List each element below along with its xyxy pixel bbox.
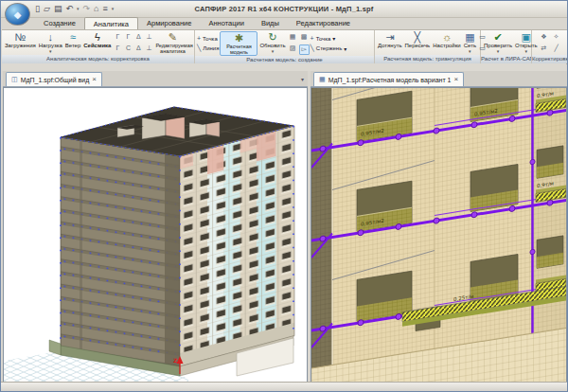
open-lira-dropdown-icon[interactable]: ▾ bbox=[525, 49, 528, 53]
undo-dropdown-icon[interactable]: ▾ bbox=[77, 3, 80, 14]
point-icon: + bbox=[197, 35, 201, 42]
line-button[interactable]: ╲ Линия bbox=[197, 45, 219, 52]
update-icon: ↻ bbox=[268, 31, 276, 43]
loads-icon: № bbox=[14, 31, 26, 43]
app-logo-icon[interactable]: ◆ bbox=[5, 3, 30, 26]
triangle-tool-icon[interactable]: Δ bbox=[133, 33, 143, 44]
mesh-icon: ▦ bbox=[465, 31, 474, 43]
panel-general-view: ◫ МдП_1.spf:Общий вид × ▾ bbox=[3, 71, 308, 384]
doctab-general-view[interactable]: ◫ МдП_1.spf:Общий вид × bbox=[6, 72, 102, 86]
group-analytic-model: № Загружения ↓ Нагрузка ▾ ≈ Ветер ϟ Сейс… bbox=[2, 30, 195, 63]
edge-tool2-icon[interactable]: Γ bbox=[123, 33, 133, 44]
intersect-button[interactable]: ╳ Пересечь bbox=[404, 31, 432, 49]
point2-dropdown-icon: ▾ bbox=[332, 35, 335, 42]
mesh-tab-icon: ▦ bbox=[319, 76, 326, 83]
redo-icon[interactable]: ↷ bbox=[82, 3, 90, 14]
check-button[interactable]: ✔ Проверить ▾ bbox=[483, 31, 513, 53]
update-dropdown-icon[interactable]: ▾ bbox=[272, 49, 275, 53]
support-tool2-icon[interactable]: ⊥ bbox=[144, 45, 153, 55]
load-button[interactable]: ↓ Нагрузка ▾ bbox=[38, 31, 63, 53]
trim-tool-icon[interactable]: ╱ bbox=[551, 45, 562, 55]
group-triangulation: ⇥ Дотянуть ╳ Пересечь ☼ Настройки ▦ Сеть… bbox=[375, 30, 481, 63]
editable-analytics-button[interactable]: ✎ Редактируемая аналитика bbox=[154, 31, 190, 54]
mirror-tool-icon[interactable]: ⇄ bbox=[539, 45, 550, 55]
tab-sozdanie[interactable]: Создание bbox=[35, 17, 84, 29]
doctab-label: МдП_1.spf:Общий вид bbox=[21, 77, 90, 83]
triangle-tool2-icon[interactable]: Δ bbox=[133, 45, 143, 55]
group-label-analytic: Аналитическая модель: корректировка bbox=[2, 55, 194, 63]
close-icon[interactable]: × bbox=[92, 76, 97, 83]
mesh-tool-icon[interactable]: ▦ bbox=[288, 33, 298, 44]
edge-tool-icon[interactable]: Γ bbox=[113, 33, 122, 44]
ribbon: № Загружения ↓ Нагрузка ▾ ≈ Ветер ϟ Сейс… bbox=[2, 29, 567, 64]
mesh-tool3-icon[interactable]: ▨ bbox=[288, 45, 298, 55]
open-file-icon[interactable]: ▱ bbox=[44, 3, 50, 14]
tab-armirovanie[interactable]: Армирование bbox=[138, 17, 200, 29]
stretch-icon: ⇥ bbox=[385, 31, 394, 43]
mesh-tool2-icon[interactable]: ▩ bbox=[299, 33, 310, 44]
wind-button[interactable]: ≈ Ветер bbox=[64, 31, 82, 49]
curve-tool-icon[interactable]: C bbox=[123, 45, 133, 55]
mesh-scene: 0,95т/м2 0,95т/м2 0,95т/м2 0,9т/м 0,9т/м… bbox=[311, 88, 566, 383]
seismic-button[interactable]: ϟ Сейсмика bbox=[82, 31, 112, 49]
support-tool-icon[interactable]: ⊥ bbox=[144, 33, 153, 44]
settings-icon: ☼ bbox=[442, 31, 452, 43]
tab-vidy[interactable]: Виды bbox=[253, 17, 288, 29]
bar-icon: ╲ bbox=[311, 45, 314, 52]
point2-icon: + bbox=[311, 35, 314, 42]
update-button[interactable]: ↻ Обновить ▾ bbox=[258, 31, 286, 53]
group-label-create: Расчетная модель: создание bbox=[195, 56, 374, 63]
select-mode-icon[interactable]: ▻ bbox=[299, 45, 310, 55]
group-calc-model-create: + Точка ╲ Линия ✱ Расчетная модель ↻ Обн… bbox=[195, 30, 375, 63]
group-label-triangulation: Расчетная модель: триангуляция bbox=[375, 55, 480, 63]
application-window: ◆ ▯ ▱ ▤ ↶ ▾ ↷ ⌂ ≡ ▾ САПФИР 2017 R1 x64 К… bbox=[0, 0, 568, 392]
tab-redaktirovanie[interactable]: Редактирование bbox=[288, 17, 359, 29]
building-left-face bbox=[61, 137, 180, 366]
point2-button[interactable]: + Точка ▾ bbox=[311, 35, 347, 42]
close-icon[interactable]: × bbox=[453, 76, 458, 83]
check-dropdown-icon[interactable]: ▾ bbox=[497, 49, 500, 53]
new-file-icon[interactable]: ▯ bbox=[35, 3, 40, 14]
status-bar bbox=[1, 382, 567, 391]
stretch-button[interactable]: ⇥ Дотянуть bbox=[377, 31, 403, 49]
viewport-mesh-model[interactable]: 0,95т/м2 0,95т/м2 0,95т/м2 0,9т/м 0,9т/м… bbox=[311, 87, 567, 384]
move-tool-icon[interactable]: ❖ bbox=[539, 33, 550, 44]
viewport-3d-model[interactable]: Z bbox=[3, 87, 308, 384]
open-lira-icon: ▣ bbox=[522, 31, 531, 43]
group-correction: ❖ ✧ ⇄ ╱ Корректировка bbox=[532, 30, 568, 63]
left-tabstrip: ◫ МдП_1.spf:Общий вид × ▾ bbox=[3, 71, 308, 87]
loads-button[interactable]: № Загружения bbox=[4, 31, 37, 49]
tab-annotacii[interactable]: Аннотации bbox=[200, 17, 253, 29]
qat-options-icon[interactable]: ▾ bbox=[112, 3, 115, 14]
undo-icon[interactable]: ↶ bbox=[65, 3, 73, 14]
doctab-calc-model[interactable]: ▦ МдП_1.spf:Расчетная модель вариант 1 × bbox=[313, 72, 464, 86]
mesh-dropdown-icon[interactable]: ▾ bbox=[469, 49, 471, 53]
calc-model-button[interactable]: ✱ Расчетная модель bbox=[220, 31, 257, 56]
home-icon[interactable]: ⌂ bbox=[94, 3, 98, 14]
load-dropdown-icon[interactable]: ▾ bbox=[49, 49, 52, 53]
print-icon[interactable]: ≡ bbox=[102, 3, 107, 14]
settings-button[interactable]: ☼ Настройки bbox=[432, 31, 461, 49]
mesh-model-svg: 0,95т/м2 0,95т/м2 0,95т/м2 0,9т/м 0,9т/м… bbox=[311, 88, 566, 383]
view-tab-icon: ◫ bbox=[11, 76, 18, 83]
ribbon-tab-bar: Создание Аналитика Армирование Аннотации… bbox=[35, 17, 359, 29]
rotate-tool-icon[interactable]: ✧ bbox=[551, 33, 562, 44]
edge-tool3-icon[interactable]: Γ bbox=[113, 45, 122, 55]
group-label-lira: Расчет в ЛИРА-САПР bbox=[481, 55, 531, 63]
calc-model-icon: ✱ bbox=[235, 32, 243, 44]
point-button[interactable]: + Точка bbox=[197, 35, 219, 42]
z-axis-label: Z bbox=[173, 357, 178, 364]
doctab-label: МдП_1.spf:Расчетная модель вариант 1 bbox=[328, 77, 452, 83]
tab-list-dropdown-icon[interactable]: ▾ bbox=[301, 76, 304, 82]
tab-analitika[interactable]: Аналитика bbox=[84, 17, 138, 29]
mesh-button[interactable]: ▦ Сеть ▾ bbox=[463, 31, 477, 53]
quick-access-toolbar: ▯ ▱ ▤ ↶ ▾ ↷ ⌂ ≡ ▾ bbox=[35, 3, 114, 14]
bar-button[interactable]: ╲ Стержень ▾ bbox=[311, 45, 347, 52]
check-icon: ✔ bbox=[493, 31, 502, 43]
point-bar-stack: + Точка ▾ ╲ Стержень ▾ bbox=[311, 35, 347, 52]
save-icon[interactable]: ▤ bbox=[54, 3, 62, 14]
edit-analytics-icon: ✎ bbox=[169, 31, 177, 43]
bar-dropdown-icon: ▾ bbox=[344, 45, 346, 52]
panel-calc-model: ▦ МдП_1.spf:Расчетная модель вариант 1 × bbox=[311, 71, 567, 384]
right-tabstrip: ▦ МдП_1.spf:Расчетная модель вариант 1 × bbox=[311, 71, 567, 87]
